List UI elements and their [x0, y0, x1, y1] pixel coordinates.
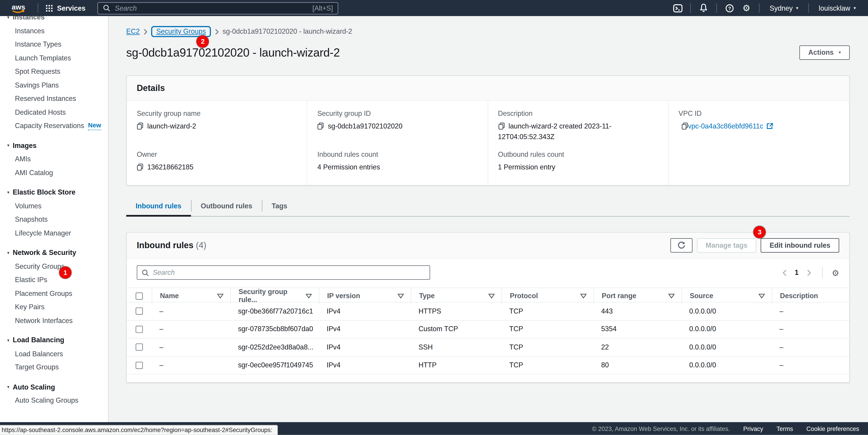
cloudshell-icon — [673, 4, 682, 12]
table-row[interactable]: – sgr-078735cb8bf607da0 IPv4 Custom TCP … — [127, 321, 849, 339]
row-checkbox[interactable] — [135, 326, 143, 333]
table-preferences-button[interactable]: ⚙ — [832, 268, 839, 277]
header-port-range[interactable]: Port range — [593, 288, 681, 304]
select-all-checkbox[interactable] — [135, 292, 143, 299]
sidebar-item-instances[interactable]: Instances — [0, 24, 108, 38]
sidebar-item-ami-catalog[interactable]: AMI Catalog — [0, 166, 108, 179]
edit-inbound-rules-wrap: Edit inbound rules 3 — [761, 238, 839, 253]
sidebar-section-load-balancing[interactable]: ▾Load Balancing — [0, 334, 108, 347]
account-menu[interactable]: louiscklaw ▾ — [813, 0, 862, 16]
filter-icon[interactable] — [668, 293, 675, 298]
services-menu-button[interactable]: Services — [46, 4, 86, 12]
actions-button[interactable]: Actions ▾ — [800, 46, 850, 60]
filter-icon[interactable] — [217, 293, 223, 298]
filter-icon[interactable] — [306, 293, 312, 298]
sidebar-item-load-balancers[interactable]: Load Balancers — [0, 347, 108, 360]
details-row-1: Security group name launch-wizard-2 Secu… — [127, 101, 849, 145]
header-description[interactable]: Description — [772, 288, 849, 304]
page-header-row: sg-0dcb1a91702102020 - launch-wizard-2 A… — [126, 46, 850, 60]
help-icon: ? — [725, 4, 734, 12]
breadcrumb-ec2-link[interactable]: EC2 — [126, 28, 140, 35]
cell-source: 0.0.0.0/0 — [682, 325, 772, 333]
sidebar-item-savings-plans[interactable]: Savings Plans — [0, 79, 108, 92]
sidebar-item-capacity-reservations[interactable]: Capacity ReservationsNew — [0, 119, 108, 133]
table-row[interactable]: – sgr-0252d2ee3d8a0a8... IPv4 SSH TCP 22… — [127, 339, 849, 357]
sidebar-item-volumes[interactable]: Volumes — [0, 199, 108, 213]
sidebar-section-auto-scaling[interactable]: ▾Auto Scaling — [0, 380, 108, 394]
filter-icon[interactable] — [580, 293, 587, 298]
footer-privacy-link[interactable]: Privacy — [743, 425, 763, 432]
header-security-group-rule-id[interactable]: Security group rule... — [230, 288, 319, 304]
filter-icon[interactable] — [758, 293, 765, 298]
row-checkbox[interactable] — [135, 308, 143, 315]
ec2-sidebar: ▾Instances Instances Instance Types Laun… — [0, 16, 108, 422]
manage-tags-button[interactable]: Manage tags — [697, 238, 756, 253]
copy-icon[interactable] — [498, 122, 504, 129]
sidebar-item-network-interfaces[interactable]: Network Interfaces — [0, 314, 108, 327]
cell-name: – — [152, 361, 230, 369]
copy-icon[interactable] — [681, 122, 688, 129]
table-row[interactable]: – sgr-0ec0ee957f1049745 IPv4 HTTP TCP 80… — [127, 356, 849, 375]
sidebar-item-lifecycle-manager[interactable]: Lifecycle Manager — [0, 226, 108, 240]
footer-cookie-preferences-link[interactable]: Cookie preferences — [806, 425, 859, 432]
copy-icon[interactable] — [317, 122, 324, 129]
notifications-button[interactable] — [695, 0, 712, 16]
help-button[interactable]: ? — [721, 0, 738, 16]
sidebar-item-snapshots[interactable]: Snapshots — [0, 213, 108, 226]
sidebar-item-instance-types[interactable]: Instance Types — [0, 38, 108, 51]
rules-search-input[interactable] — [153, 269, 425, 277]
row-checkbox[interactable] — [135, 362, 143, 369]
sidebar-item-target-groups[interactable]: Target Groups — [0, 360, 108, 374]
select-all-cell — [127, 288, 152, 304]
sidebar-section-images[interactable]: ▾Images — [0, 139, 108, 152]
header-ip-version[interactable]: IP version — [319, 288, 411, 304]
cloudshell-button[interactable] — [670, 0, 686, 16]
tab-inbound-rules[interactable]: Inbound rules — [126, 196, 191, 216]
details-card-title: Details — [127, 76, 849, 101]
sidebar-item-dedicated-hosts[interactable]: Dedicated Hosts — [0, 106, 108, 119]
detail-security-group-name: Security group name launch-wizard-2 — [127, 101, 307, 145]
previous-page-button[interactable] — [781, 268, 788, 277]
vpc-id-link[interactable]: vpc-0a4a3c86ebfd9611c — [688, 122, 763, 130]
next-page-button[interactable] — [805, 268, 812, 277]
aws-logo[interactable]: aws — [10, 2, 28, 14]
sidebar-item-security-groups[interactable]: Security Groups 1 — [0, 259, 108, 273]
region-selector[interactable]: Sydney ▾ — [764, 0, 804, 16]
row-checkbox[interactable] — [135, 344, 143, 351]
detail-outbound-rules-count: Outbound rules count 1 Permission entry — [488, 145, 669, 185]
sidebar-section-instances[interactable]: ▾Instances — [0, 16, 108, 24]
sidebar-item-placement-groups[interactable]: Placement Groups — [0, 287, 108, 300]
settings-button[interactable]: ⚙ — [738, 0, 754, 16]
refresh-button[interactable] — [670, 238, 692, 253]
footer-terms-link[interactable]: Terms — [776, 425, 793, 432]
sidebar-section-elastic-block-store[interactable]: ▾Elastic Block Store — [0, 185, 108, 199]
sidebar-item-spot-requests[interactable]: Spot Requests — [0, 65, 108, 79]
external-link-icon — [766, 122, 773, 129]
table-row[interactable]: – sgr-0be366f77a20716c1 IPv4 HTTPS TCP 4… — [127, 302, 849, 321]
sidebar-item-auto-scaling-groups[interactable]: Auto Scaling Groups — [0, 394, 108, 407]
breadcrumb-security-groups-link[interactable]: Security Groups — [156, 28, 206, 35]
current-page-number[interactable]: 1 — [795, 269, 799, 277]
copyright-text: © 2023, Amazon Web Services, Inc. or its… — [592, 425, 730, 432]
copy-icon[interactable] — [137, 122, 143, 129]
sidebar-item-reserved-instances[interactable]: Reserved Instances — [0, 92, 108, 106]
sidebar-item-launch-templates[interactable]: Launch Templates — [0, 51, 108, 65]
tab-outbound-rules[interactable]: Outbound rules — [191, 196, 261, 216]
header-type[interactable]: Type — [411, 288, 502, 304]
global-search-input[interactable]: Search [Alt+S] — [98, 2, 338, 14]
header-protocol[interactable]: Protocol — [502, 288, 594, 304]
cell-ip-version: IPv4 — [319, 325, 411, 333]
sidebar-section-network-security[interactable]: ▾Network & Security — [0, 246, 108, 259]
header-source[interactable]: Source — [682, 288, 772, 304]
tutorial-step-badge-1: 1 — [59, 266, 71, 279]
filter-icon[interactable] — [397, 293, 404, 298]
header-name[interactable]: Name — [152, 288, 230, 304]
filter-icon[interactable] — [488, 293, 495, 298]
copy-icon[interactable] — [137, 163, 143, 171]
sidebar-item-key-pairs[interactable]: Key Pairs — [0, 300, 108, 314]
edit-inbound-rules-button[interactable]: Edit inbound rules — [761, 238, 839, 253]
sidebar-item-amis[interactable]: AMIs — [0, 152, 108, 166]
sidebar-item-elastic-ips[interactable]: Elastic IPs — [0, 273, 108, 287]
section-collapse-icon: ▾ — [7, 250, 9, 255]
tab-tags[interactable]: Tags — [262, 196, 297, 216]
